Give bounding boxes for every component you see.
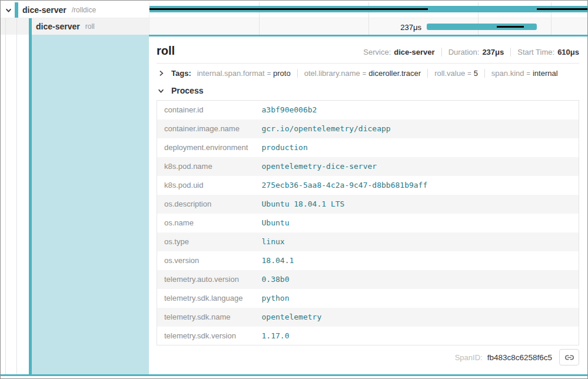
table-row: telemetry.sdk.nameopentelemetry xyxy=(157,308,579,327)
summary-service: Service: dice-server xyxy=(363,48,434,56)
copy-link-button[interactable] xyxy=(559,349,579,365)
span-name-column[interactable]: dice-server /rolldice xyxy=(1,2,149,18)
span-name-column[interactable]: dice-server roll xyxy=(1,18,149,35)
trace-timeline: dice-server /rolldice dice-server xyxy=(1,1,587,35)
span-color-bar xyxy=(15,2,18,18)
span-operation-title: roll xyxy=(157,44,175,58)
span-duration-label: 237μs xyxy=(150,23,421,32)
summary-duration: Duration: 237μs xyxy=(441,48,504,56)
span-detail-footer: SpanID: fb483c8c6258f6c5 xyxy=(157,345,579,369)
table-row: telemetry.sdk.languagepython xyxy=(157,289,579,308)
process-accordion[interactable]: Process xyxy=(157,81,579,100)
span-timeline-cell: 237μs xyxy=(149,18,587,35)
detail-row-bottom-border xyxy=(1,374,587,376)
span-color-bar xyxy=(29,18,32,35)
tag-internal-span-format: internal.span.format = proto xyxy=(197,69,291,78)
span-detail-header: roll Service: dice-server Duration: 237μ… xyxy=(157,36,579,64)
table-row: deployment.environmentproduction xyxy=(157,138,579,157)
critical-path-segment xyxy=(150,8,428,10)
indent-guide xyxy=(5,18,6,35)
table-row: container.image.namegcr.io/opentelemetry… xyxy=(157,119,579,138)
tags-header-label: Tags: xyxy=(171,69,191,78)
critical-path-segment xyxy=(537,8,587,10)
process-key-value-table: container.ida3bf90e006b2 container.image… xyxy=(157,100,579,345)
table-row: os.descriptionUbuntu 18.04.1 LTS xyxy=(157,195,579,214)
indent-guide xyxy=(16,35,17,374)
process-header-label: Process xyxy=(171,86,203,95)
table-row: k8s.pod.uid275ecb36-5aa8-4c2a-9c47-d8bb6… xyxy=(157,176,579,195)
span-detail-tint-backdrop xyxy=(32,35,149,374)
table-row: k8s.pod.nameopentelemetry-dice-server xyxy=(157,157,579,176)
summary-start-time: Start Time: 610μs xyxy=(510,48,579,56)
grid-line xyxy=(551,18,552,35)
service-name: dice-server xyxy=(22,5,67,15)
span-detail-row: roll Service: dice-server Duration: 237μ… xyxy=(1,35,587,374)
table-row: telemetry.auto.version0.38b0 xyxy=(157,270,579,289)
tag-roll-value: roll.value = 5 xyxy=(427,69,478,78)
tags-accordion[interactable]: Tags: internal.span.format = proto otel.… xyxy=(157,64,579,81)
critical-path-segment xyxy=(497,26,524,28)
spanid-label: SpanID: xyxy=(455,353,483,362)
span-row-rolldice[interactable]: dice-server /rolldice xyxy=(1,2,587,18)
spanid-value: fb483c8c6258f6c5 xyxy=(487,353,552,362)
table-row: os.version18.04.1 xyxy=(157,251,579,270)
chevron-down-icon[interactable] xyxy=(157,87,165,95)
span-timeline-cell xyxy=(149,2,587,18)
tree-gutter xyxy=(1,35,29,374)
indent-guide xyxy=(5,35,6,374)
span-row-roll-selected[interactable]: dice-server roll 237μs xyxy=(1,18,587,35)
service-name: dice-server xyxy=(36,22,80,31)
operation-name: roll xyxy=(85,22,95,31)
tag-otel-library-name: otel.library.name = diceroller.tracer xyxy=(297,69,421,78)
span-bar-roll[interactable] xyxy=(427,24,537,30)
indent-guide xyxy=(16,18,17,35)
tag-span-kind: span.kind = internal xyxy=(484,69,558,78)
jaeger-trace-detail-view: dice-server /rolldice dice-server xyxy=(0,0,588,379)
span-summary: Service: dice-server Duration: 237μs Sta… xyxy=(363,48,579,56)
link-icon xyxy=(564,353,574,363)
chevron-down-icon[interactable] xyxy=(4,6,12,14)
operation-name: /rolldice xyxy=(72,6,96,14)
span-bar-rolldice[interactable] xyxy=(150,6,587,12)
table-row: os.nameUbuntu xyxy=(157,214,579,232)
table-row: os.typelinux xyxy=(157,232,579,251)
chevron-right-icon[interactable] xyxy=(157,69,165,78)
table-row: telemetry.sdk.version1.17.0 xyxy=(157,327,579,345)
table-row: container.ida3bf90e006b2 xyxy=(157,101,579,119)
span-detail-panel: roll Service: dice-server Duration: 237μ… xyxy=(149,35,587,374)
